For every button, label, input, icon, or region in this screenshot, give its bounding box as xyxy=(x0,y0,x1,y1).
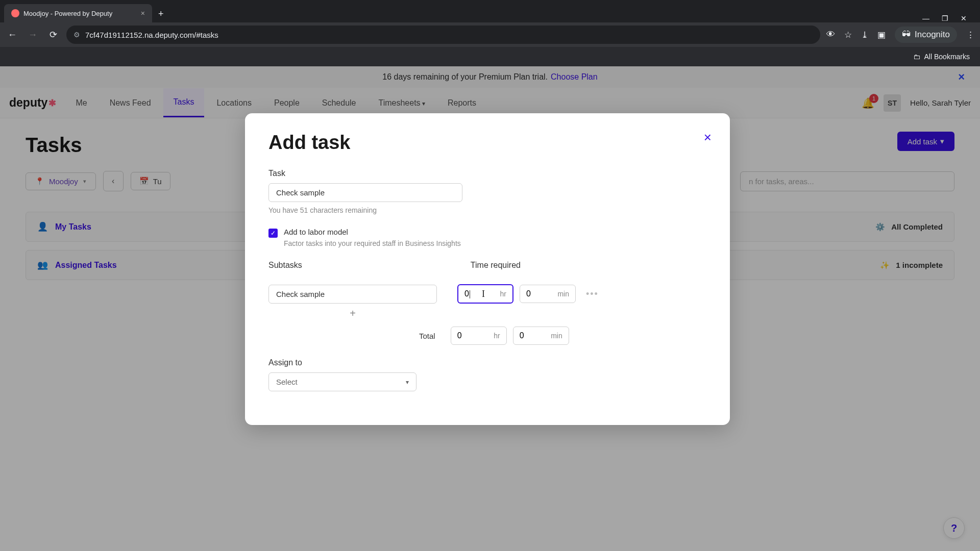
download-icon[interactable]: ⤓ xyxy=(861,30,868,40)
close-window-icon[interactable]: ✕ xyxy=(961,14,967,22)
new-tab-button[interactable]: + xyxy=(152,6,170,22)
min-unit: min xyxy=(557,290,569,298)
incognito-chip[interactable]: 🕶 Incognito xyxy=(895,27,957,43)
incognito-label: Incognito xyxy=(915,30,950,40)
labor-model-hint: Factor tasks into your required staff in… xyxy=(284,239,461,247)
panel-icon[interactable]: ▣ xyxy=(877,30,886,40)
modal-title: Add task xyxy=(268,132,706,154)
site-info-icon[interactable]: ⚙ xyxy=(74,31,80,39)
subtasks-label: Subtasks xyxy=(268,261,302,270)
add-task-modal: × Add task Task You have 51 characters r… xyxy=(245,113,730,425)
address-bar[interactable]: ⚙ 7cf47d19112152.na.deputy.com/#tasks xyxy=(66,26,820,44)
hr-unit: hr xyxy=(500,290,506,298)
maximize-icon[interactable]: ❐ xyxy=(942,14,948,22)
assign-to-select[interactable]: Select xyxy=(268,372,416,391)
labor-model-label: Add to labor model xyxy=(284,228,461,236)
add-subtask-button[interactable]: + xyxy=(268,308,437,319)
reload-icon[interactable]: ⟳ xyxy=(46,28,60,42)
hours-input-box[interactable]: 0 hr xyxy=(457,284,513,304)
chars-remaining-hint: You have 51 characters remaining xyxy=(268,206,706,214)
url-text: 7cf47d19112152.na.deputy.com/#tasks xyxy=(85,31,218,39)
tab-title: Moodjoy - Powered by Deputy xyxy=(23,10,112,17)
total-hours-box: 0 hr xyxy=(451,327,507,345)
assign-to-label: Assign to xyxy=(268,358,706,367)
back-icon[interactable]: ← xyxy=(5,28,19,42)
eye-off-icon[interactable]: 👁 xyxy=(826,30,835,40)
more-options-icon[interactable]: ••• xyxy=(586,289,599,299)
folder-icon: 🗀 xyxy=(913,53,920,61)
minimize-icon[interactable]: — xyxy=(922,14,929,22)
time-required-label: Time required xyxy=(471,261,521,270)
subtask-input[interactable] xyxy=(268,285,437,304)
task-label: Task xyxy=(268,169,706,178)
forward-icon: → xyxy=(26,28,40,42)
incognito-icon: 🕶 xyxy=(902,30,911,40)
favicon-icon xyxy=(11,9,19,17)
star-icon[interactable]: ☆ xyxy=(844,30,852,40)
labor-model-checkbox[interactable]: ✓ xyxy=(268,229,278,238)
menu-icon[interactable]: ⋮ xyxy=(966,30,975,40)
total-label: Total xyxy=(419,332,435,340)
total-minutes-box: 0 min xyxy=(513,327,569,345)
close-tab-icon[interactable]: × xyxy=(141,9,145,17)
modal-close-icon[interactable]: × xyxy=(704,130,712,145)
minutes-input-box[interactable]: 0 min xyxy=(520,285,576,303)
browser-tab[interactable]: Moodjoy - Powered by Deputy × xyxy=(4,4,152,22)
task-name-input[interactable] xyxy=(268,183,462,202)
all-bookmarks-link[interactable]: All Bookmarks xyxy=(924,53,970,61)
